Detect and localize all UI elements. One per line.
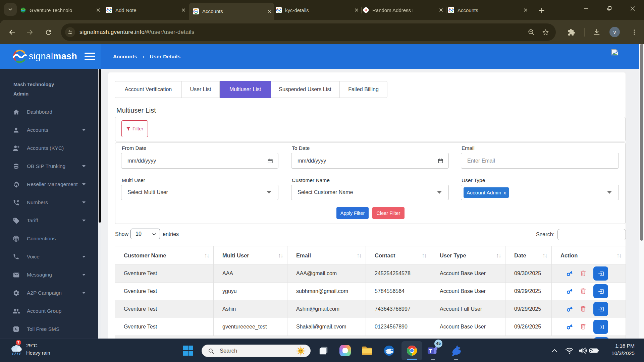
sidebar-toggle-button[interactable] bbox=[85, 53, 95, 60]
user-type-chip[interactable]: Account Admin x bbox=[464, 187, 509, 198]
file-explorer-button[interactable] bbox=[361, 344, 373, 357]
page-scrollbar-thumb[interactable] bbox=[640, 44, 643, 241]
zoom-button[interactable] bbox=[527, 28, 535, 36]
tab-search-button[interactable] bbox=[4, 3, 17, 16]
sort-icon[interactable]: ↑↓ bbox=[496, 252, 501, 259]
url-text[interactable]: signalmash.gventure.info/#/user/user-det… bbox=[79, 23, 194, 41]
chip-remove-icon[interactable]: x bbox=[503, 190, 506, 195]
login-as-user-button[interactable] bbox=[593, 266, 608, 281]
sidebar-item-connections[interactable]: Connections bbox=[0, 230, 98, 248]
sidebar-item-ob-sip-trunking[interactable]: OB SIP Trunking bbox=[0, 157, 98, 175]
multi-user-select[interactable]: Select Multi User bbox=[121, 185, 278, 200]
column-header-multi-user[interactable]: Multi User↑↓ bbox=[214, 246, 287, 264]
sort-icon[interactable]: ↑↓ bbox=[357, 252, 361, 259]
site-info-button[interactable] bbox=[65, 27, 75, 37]
volume-button[interactable] bbox=[576, 344, 589, 357]
browser-tab[interactable]: R Random Address I bbox=[363, 3, 444, 17]
bookmark-button[interactable] bbox=[541, 28, 549, 36]
copilot-button[interactable] bbox=[339, 344, 352, 357]
start-button-icon[interactable] bbox=[183, 345, 194, 356]
browser-menu-button[interactable] bbox=[630, 28, 639, 37]
from-date-input[interactable]: mm/dd/yyyy bbox=[121, 153, 278, 169]
browser-tab[interactable]: Add Note bbox=[106, 3, 186, 17]
weather-temperature[interactable]: 29°C bbox=[26, 343, 38, 348]
dolphin-app-button[interactable] bbox=[450, 344, 463, 357]
tab-close-icon[interactable] bbox=[95, 7, 101, 13]
sort-icon[interactable]: ↑↓ bbox=[422, 252, 426, 259]
calendar-icon[interactable] bbox=[438, 158, 443, 164]
user-type-select[interactable]: Account Admin x bbox=[461, 185, 619, 200]
sidebar-item-messaging[interactable]: Messaging bbox=[0, 266, 98, 284]
key-icon[interactable] bbox=[566, 306, 573, 312]
downloads-button[interactable] bbox=[592, 28, 601, 37]
window-minimize-button[interactable] bbox=[576, 0, 597, 17]
tab-failed-billing[interactable]: Failed Billing bbox=[340, 81, 387, 98]
battery-button[interactable] bbox=[588, 344, 600, 357]
weather-icon[interactable] bbox=[9, 343, 23, 357]
trash-icon[interactable] bbox=[580, 324, 586, 330]
column-header-customer-name[interactable]: Customer Name↑↓ bbox=[115, 246, 214, 264]
column-header-email[interactable]: Email↑↓ bbox=[287, 246, 366, 264]
tab-multiuser-list[interactable]: Multiuser List bbox=[220, 81, 271, 98]
sidebar-item-account-group[interactable]: Account Group bbox=[0, 302, 98, 320]
tab-close-icon[interactable] bbox=[438, 7, 444, 13]
task-view-button[interactable] bbox=[317, 344, 330, 357]
sort-icon[interactable]: ↑↓ bbox=[204, 252, 209, 259]
tab-suspended-users-list[interactable]: Suspended Users List bbox=[271, 81, 340, 98]
trash-icon[interactable] bbox=[580, 270, 586, 277]
column-header-action[interactable]: Action↑↓ bbox=[552, 246, 626, 264]
extensions-button[interactable] bbox=[567, 28, 576, 37]
window-maximize-button[interactable] bbox=[599, 0, 620, 17]
browser-tab[interactable]: kyc-details bbox=[276, 3, 360, 17]
forward-button[interactable] bbox=[26, 28, 34, 36]
browser-tab[interactable]: Accounts bbox=[448, 3, 529, 17]
trash-icon[interactable] bbox=[580, 306, 586, 312]
key-icon[interactable] bbox=[566, 288, 573, 295]
login-as-user-button[interactable] bbox=[593, 302, 608, 316]
sort-icon[interactable]: ↑↓ bbox=[278, 252, 283, 259]
table-search-input[interactable] bbox=[557, 229, 626, 240]
taskbar-search-box[interactable]: Search bbox=[202, 345, 311, 357]
sidebar-item-a2p-campaign[interactable]: A2P Campaign bbox=[0, 284, 98, 302]
reload-button[interactable] bbox=[44, 28, 52, 36]
sidebar-item-accounts[interactable]: Accounts bbox=[0, 121, 98, 139]
customer-name-select[interactable]: Select Customer Name bbox=[291, 185, 449, 200]
tab-close-icon[interactable] bbox=[266, 8, 272, 14]
address-bar[interactable]: signalmash.gventure.info/#/user/user-det… bbox=[61, 23, 556, 41]
window-close-button[interactable] bbox=[622, 0, 643, 17]
tab-user-list[interactable]: User List bbox=[182, 81, 220, 98]
sidebar-scrollbar-thumb[interactable] bbox=[99, 69, 101, 223]
thunderbird-button[interactable] bbox=[383, 344, 395, 357]
sidebar-item-numbers[interactable]: Numbers bbox=[0, 193, 98, 212]
browser-tab[interactable]: GVenture Technolo bbox=[20, 3, 101, 17]
email-input[interactable]: Enter Email bbox=[461, 153, 619, 169]
sidebar-item-tariff[interactable]: Tariff bbox=[0, 212, 98, 230]
sidebar-item-voice[interactable]: Voice bbox=[0, 248, 98, 266]
calendar-icon[interactable] bbox=[267, 158, 273, 164]
apply-filter-button[interactable]: Apply Filter bbox=[336, 207, 369, 219]
to-date-input[interactable]: mm/dd/yyyy bbox=[291, 153, 449, 169]
taskbar-clock[interactable]: 1:16 PM 10/3/2025 bbox=[611, 342, 635, 357]
tray-expand-button[interactable] bbox=[548, 344, 561, 357]
sidebar-item-accounts-kyc[interactable]: Accounts (KYC) bbox=[0, 139, 98, 157]
tab-close-icon[interactable] bbox=[523, 7, 529, 13]
weather-condition[interactable]: Heavy rain bbox=[26, 350, 50, 356]
tab-close-icon[interactable] bbox=[180, 7, 186, 13]
page-size-select[interactable]: 10 bbox=[130, 229, 160, 239]
back-button[interactable] bbox=[8, 28, 16, 36]
tab-account-verification[interactable]: Account Verification bbox=[115, 81, 182, 98]
login-as-user-button[interactable] bbox=[593, 320, 608, 334]
sidebar-item-toll-free-sms[interactable]: Toll Free SMS bbox=[0, 320, 98, 338]
new-tab-button[interactable] bbox=[536, 5, 547, 16]
column-header-date[interactable]: Date↑↓ bbox=[505, 246, 552, 264]
breadcrumb-section[interactable]: Accounts bbox=[113, 54, 137, 60]
chrome-taskbar-button[interactable] bbox=[401, 341, 422, 360]
key-icon[interactable] bbox=[566, 323, 573, 330]
trash-icon[interactable] bbox=[580, 288, 586, 294]
clear-filter-button[interactable]: Clear Filter bbox=[372, 207, 405, 219]
key-icon[interactable] bbox=[566, 270, 573, 277]
sidebar-item-reseller-management[interactable]: Reseller Management bbox=[0, 175, 98, 193]
browser-tab-active[interactable]: Accounts bbox=[189, 3, 274, 20]
wifi-button[interactable] bbox=[563, 344, 576, 357]
tab-close-icon[interactable] bbox=[354, 7, 360, 13]
